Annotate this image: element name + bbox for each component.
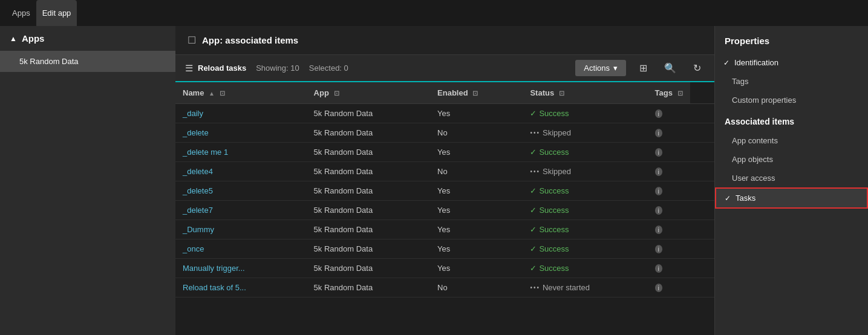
status-text: Success	[539, 244, 569, 253]
table-row: _once5k Random DataYes✓Successi	[175, 239, 714, 259]
sidebar-header-label: Apps	[22, 33, 45, 44]
table-row: _delete55k Random DataYes✓Successi	[175, 181, 714, 201]
success-icon: ✓	[530, 225, 537, 234]
row-status-cell: ✓Success	[523, 181, 647, 201]
row-info-cell[interactable]: i	[648, 104, 690, 123]
row-enabled-cell: No	[430, 162, 523, 181]
right-panel-tags[interactable]: Tags	[715, 72, 868, 91]
row-info-cell[interactable]: i	[648, 123, 690, 143]
row-enabled-cell: No	[430, 123, 523, 143]
name-filter-icon[interactable]: ⊡	[220, 89, 225, 97]
toolbar: ☰ Reload tasks Showing: 10 Selected: 0 A…	[175, 55, 714, 82]
breadcrumb-edit-app[interactable]: Edit app	[36, 0, 77, 26]
status-text: Success	[539, 186, 569, 195]
status-filter-icon[interactable]: ⊡	[559, 89, 564, 97]
row-name-cell[interactable]: _delete5	[175, 181, 307, 201]
col-app: App ⊡	[307, 82, 430, 104]
identification-label: Identification	[734, 58, 778, 67]
row-name-cell[interactable]: _once	[175, 239, 307, 259]
row-app-cell: 5k Random Data	[307, 220, 430, 239]
info-icon[interactable]: i	[655, 284, 662, 292]
row-info-cell[interactable]: i	[648, 259, 690, 278]
custom-properties-label: Custom properties	[732, 96, 796, 105]
table-row: Manually trigger...5k Random DataYes✓Suc…	[175, 259, 714, 278]
sidebar-header[interactable]: ▲ Apps	[0, 26, 175, 51]
info-icon[interactable]: i	[655, 109, 662, 118]
info-icon[interactable]: i	[655, 187, 662, 195]
row-name-cell[interactable]: _delete	[175, 123, 307, 143]
info-icon[interactable]: i	[655, 226, 662, 234]
status-text: Skipped	[543, 167, 571, 176]
success-icon: ✓	[530, 264, 537, 273]
row-app-cell: 5k Random Data	[307, 239, 430, 259]
row-info-cell[interactable]: i	[648, 220, 690, 239]
row-enabled-cell: Yes	[430, 181, 523, 201]
right-panel-custom-properties[interactable]: Custom properties	[715, 91, 868, 109]
row-info-cell[interactable]: i	[648, 239, 690, 259]
row-info-cell[interactable]: i	[648, 143, 690, 162]
tasks-label: Tasks	[736, 194, 755, 203]
app-objects-label: App objects	[732, 155, 773, 164]
table-row: _delete45k Random DataNo•••Skippedi	[175, 162, 714, 181]
row-tags-cell	[690, 220, 714, 239]
breadcrumb-apps[interactable]: Apps	[6, 0, 36, 26]
info-icon[interactable]: i	[655, 245, 662, 253]
row-info-cell[interactable]: i	[648, 162, 690, 181]
right-panel-user-access[interactable]: User access	[715, 169, 868, 187]
row-name-cell[interactable]: _delete7	[175, 201, 307, 220]
row-tags-cell	[690, 181, 714, 201]
row-enabled-cell: Yes	[430, 220, 523, 239]
info-icon[interactable]: i	[655, 264, 662, 273]
right-panel-app-contents[interactable]: App contents	[715, 131, 868, 150]
reload-tasks-table: Name ▲ ⊡ App ⊡ Enabled ⊡ Status ⊡	[175, 82, 714, 298]
skipped-icon: •••	[530, 129, 540, 136]
app-filter-icon[interactable]: ⊡	[334, 89, 339, 97]
columns-icon-button[interactable]: ⊞	[636, 60, 651, 76]
right-panel-app-objects[interactable]: App objects	[715, 150, 868, 169]
identification-check-icon: ✓	[723, 59, 729, 67]
row-tags-cell	[690, 104, 714, 123]
right-panel: Properties ✓ Identification Tags Custom …	[715, 26, 868, 335]
row-status-cell: ✓Success	[523, 239, 647, 259]
table-row: _delete75k Random DataYes✓Successi	[175, 201, 714, 220]
enabled-filter-icon[interactable]: ⊡	[472, 89, 478, 97]
row-name-cell[interactable]: _delete me 1	[175, 143, 307, 162]
info-icon[interactable]: i	[655, 168, 662, 176]
row-info-cell[interactable]: i	[648, 181, 690, 201]
row-tags-cell	[690, 143, 714, 162]
sidebar-item-5k-random-data[interactable]: 5k Random Data	[0, 51, 175, 72]
status-text: Success	[539, 148, 569, 157]
info-icon[interactable]: i	[655, 206, 662, 215]
row-status-cell: ✓Success	[523, 259, 647, 278]
reload-tasks-icon: ☰	[185, 63, 193, 74]
row-name-cell[interactable]: Reload task of 5...	[175, 278, 307, 298]
success-icon: ✓	[530, 148, 537, 157]
content-area: ☐ App: associated items ☰ Reload tasks S…	[175, 26, 715, 335]
tags-filter-icon[interactable]: ⊡	[677, 89, 683, 97]
info-icon[interactable]: i	[655, 129, 662, 137]
info-icon[interactable]: i	[655, 148, 662, 157]
row-name-cell[interactable]: Manually trigger...	[175, 259, 307, 278]
row-info-cell[interactable]: i	[648, 201, 690, 220]
table-row: _delete5k Random DataNo•••Skippedi	[175, 123, 714, 143]
actions-label: Actions	[584, 63, 610, 73]
col-status: Status ⊡	[523, 82, 647, 104]
actions-chevron-icon: ▾	[613, 63, 618, 73]
row-name-cell[interactable]: _Dummy	[175, 220, 307, 239]
row-name-cell[interactable]: _daily	[175, 104, 307, 123]
row-enabled-cell: Yes	[430, 201, 523, 220]
row-name-cell[interactable]: _delete4	[175, 162, 307, 181]
table-row: _daily5k Random DataYes✓Successi	[175, 104, 714, 123]
right-panel-identification[interactable]: ✓ Identification	[715, 53, 868, 72]
status-text: Success	[539, 109, 569, 118]
row-tags-cell	[690, 162, 714, 181]
search-icon-button[interactable]: 🔍	[661, 60, 680, 76]
main-layout: ▲ Apps 5k Random Data ☐ App: associated …	[0, 26, 868, 335]
sidebar: ▲ Apps 5k Random Data	[0, 26, 175, 335]
toolbar-showing: Showing: 10	[256, 63, 299, 73]
tasks-check-icon: ✓	[725, 194, 731, 203]
row-info-cell[interactable]: i	[648, 278, 690, 298]
right-panel-tasks[interactable]: ✓ Tasks	[715, 187, 868, 209]
refresh-icon-button[interactable]: ↻	[690, 60, 705, 76]
actions-button[interactable]: Actions ▾	[575, 60, 626, 76]
